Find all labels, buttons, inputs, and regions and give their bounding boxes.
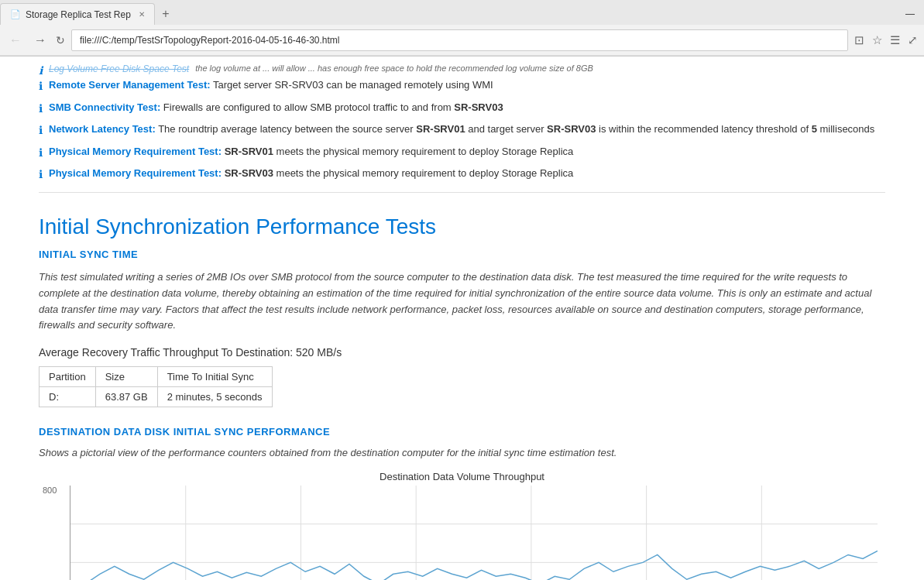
active-tab[interactable]: 📄 Storage Replica Test Rep ✕ — [0, 3, 155, 25]
info-item-memory2: ℹ Physical Memory Requirement Test: SR-S… — [39, 163, 885, 186]
browser-chrome: 📄 Storage Replica Test Rep ✕ + — ← → ↻ ⊡… — [0, 0, 924, 57]
info-item-remote: ℹ Remote Server Management Test: Target … — [39, 75, 885, 98]
table-row: D: 63.87 GB 2 minutes, 5 seconds — [40, 387, 273, 407]
info-icon-network: ℹ — [39, 123, 43, 139]
tab-favicon-icon: 📄 — [10, 9, 21, 19]
menu-icon[interactable]: ☰ — [890, 33, 900, 47]
dest-heading: DESTINATION DATA DISK INITIAL SYNC PERFO… — [39, 426, 885, 438]
info-item-memory1: ℹ Physical Memory Requirement Test: SR-S… — [39, 142, 885, 164]
info-text-memory1: Physical Memory Requirement Test: SR-SRV… — [49, 145, 573, 159]
tab-bar: 📄 Storage Replica Test Rep ✕ + — — [0, 0, 924, 25]
info-label-network: Network Latency Test: — [49, 123, 156, 135]
chart-svg — [70, 486, 878, 580]
info-text-memory2: Physical Memory Requirement Test: SR-SRV… — [49, 166, 573, 180]
minimize-button[interactable]: — — [896, 9, 924, 19]
col-size: Size — [95, 367, 157, 387]
cell-time: 2 minutes, 5 seconds — [157, 387, 272, 407]
info-label-memory1: Physical Memory Requirement Test: — [49, 146, 222, 157]
address-bar: ← → ↻ ⊡ ☆ ☰ ⤢ — [0, 25, 924, 56]
info-label-smb: SMB Connectivity Test: — [49, 101, 160, 113]
info-label-remote: Remote Server Management Test: — [49, 79, 211, 91]
info-items-section: ℹ Log Volume Free Disk Space Test the lo… — [39, 57, 885, 193]
cell-size: 63.87 GB — [95, 387, 157, 407]
chart-y-labels: 800 600 — [43, 486, 57, 580]
main-section-heading: Initial Synchronization Performance Test… — [39, 214, 885, 239]
y-label-800: 800 — [43, 486, 57, 495]
back-button[interactable]: ← — [6, 30, 25, 50]
info-icon-remote: ℹ — [39, 79, 43, 94]
initial-sync-heading: INITIAL SYNC TIME — [39, 249, 885, 260]
info-text-partial2: the log volume at ... will allow ... has… — [195, 63, 593, 74]
info-item-network: ℹ Network Latency Test: The roundtrip av… — [39, 119, 885, 142]
info-text-partial: Log Volume Free Disk Space Test — [49, 63, 189, 75]
info-item-partial: ℹ Log Volume Free Disk Space Test the lo… — [39, 60, 885, 75]
extend-icon[interactable]: ⤢ — [908, 33, 918, 47]
col-time: Time To Initial Sync — [157, 367, 272, 387]
reload-button[interactable]: ↻ — [56, 34, 65, 46]
info-icon-smb: ℹ — [39, 101, 43, 117]
url-input[interactable] — [71, 29, 848, 51]
info-text-smb: SMB Connectivity Test: Firewalls are con… — [49, 101, 503, 115]
chart-line — [70, 551, 878, 580]
chart-wrapper: 800 600 — [70, 486, 878, 580]
throughput-label: Average Recovery Traffic Throughput To D… — [39, 346, 885, 359]
info-text-remote: Remote Server Management Test: Target se… — [49, 78, 493, 92]
favorites-icon[interactable]: ☆ — [872, 33, 882, 47]
dest-section: DESTINATION DATA DISK INITIAL SYNC PERFO… — [39, 426, 885, 580]
tab-close-icon[interactable]: ✕ — [139, 10, 145, 19]
forward-button[interactable]: → — [31, 30, 50, 50]
info-item-smb: ℹ SMB Connectivity Test: Firewalls are c… — [39, 98, 885, 120]
cell-partition: D: — [40, 387, 96, 407]
new-tab-button[interactable]: + — [155, 3, 177, 25]
toolbar-icons: ⊡ ☆ ☰ ⤢ — [854, 33, 918, 47]
page-content: ℹ Log Volume Free Disk Space Test the lo… — [0, 57, 924, 580]
reading-view-icon[interactable]: ⊡ — [854, 33, 864, 47]
info-icon-memory1: ℹ — [39, 146, 43, 161]
chart-container: Destination Data Volume Throughput 800 6… — [39, 471, 885, 580]
info-icon-memory2: ℹ — [39, 167, 43, 183]
info-icon-partial: ℹ — [39, 63, 43, 75]
sync-table: Partition Size Time To Initial Sync D: 6… — [39, 366, 273, 407]
dest-description: Shows a pictorial view of the performanc… — [39, 447, 885, 458]
info-text-network: Network Latency Test: The roundtrip aver… — [49, 122, 874, 136]
info-label-memory2: Physical Memory Requirement Test: — [49, 167, 222, 179]
col-partition: Partition — [40, 367, 96, 387]
chart-title: Destination Data Volume Throughput — [39, 471, 885, 482]
tab-title: Storage Replica Test Rep — [26, 9, 131, 20]
description-text: This test simulated writing a series of … — [39, 269, 885, 334]
